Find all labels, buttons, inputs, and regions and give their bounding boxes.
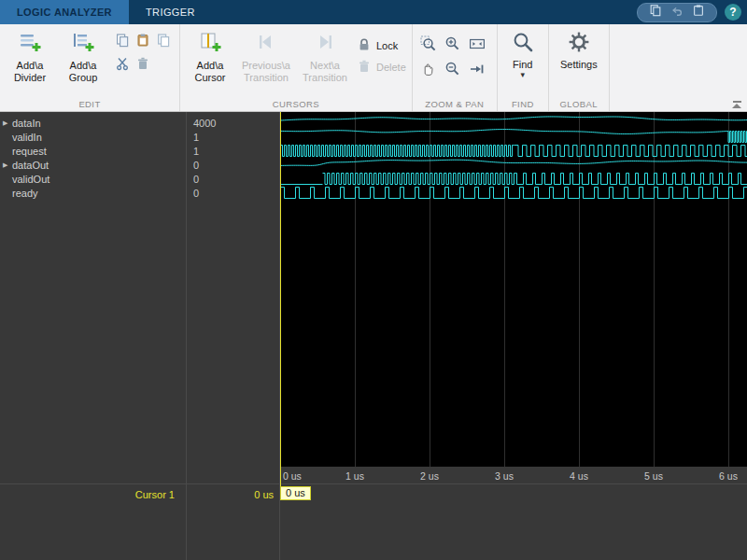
pan-button[interactable] xyxy=(418,61,439,81)
arrow-right-icon xyxy=(314,31,336,57)
ribbon-section-edit: Add\a Divider Add\a Group EDIT xyxy=(0,24,180,111)
signal-name: ready xyxy=(11,188,38,199)
add-divider-button[interactable]: Add\a Divider xyxy=(6,28,54,84)
help-button[interactable]: ? xyxy=(725,4,741,21)
time-tick-label: 2 us xyxy=(420,470,439,482)
previous-transition-button[interactable]: Previous\a Transition xyxy=(239,28,293,84)
signal-row[interactable]: ▶dataIn xyxy=(0,116,186,130)
time-cursor-line[interactable] xyxy=(280,112,281,486)
hand-pan-icon xyxy=(420,61,437,81)
signal-value: 0 xyxy=(187,158,279,172)
paste-button[interactable] xyxy=(133,32,153,52)
scissors-icon xyxy=(115,56,130,75)
lock-label: Lock xyxy=(376,40,398,51)
gear-icon xyxy=(568,31,590,57)
add-group-icon xyxy=(72,31,94,57)
time-tick-label: 5 us xyxy=(644,470,663,482)
cut-button[interactable] xyxy=(112,55,133,76)
cursor-panel: Cursor 1 0 us xyxy=(0,484,747,560)
signal-name: validIn xyxy=(11,132,42,143)
add-cursor-button[interactable]: Add\a Cursor xyxy=(186,28,234,84)
time-tick-label: 3 us xyxy=(495,470,514,482)
settings-button[interactable]: Settings xyxy=(555,28,603,97)
duplicate-pages-icon xyxy=(156,33,171,51)
zoom-in-button[interactable] xyxy=(443,35,463,56)
expand-arrow-icon[interactable]: ▶ xyxy=(0,161,11,169)
ribbon-section-zoom-pan: ZOOM & PAN xyxy=(413,24,498,111)
section-label-edit: EDIT xyxy=(0,99,179,109)
ribbon-filler xyxy=(610,24,747,111)
time-tick-label: 1 us xyxy=(345,470,364,482)
zoom-in-x-button[interactable] xyxy=(418,35,439,56)
add-cursor-label: Add\a Cursor xyxy=(194,60,225,84)
clipboard-paste-icon xyxy=(135,33,150,51)
add-group-button[interactable]: Add\a Group xyxy=(59,28,107,84)
signal-value: 0 xyxy=(187,186,279,200)
duplicate-icon[interactable] xyxy=(649,4,662,21)
delete-cursor-button[interactable]: Delete xyxy=(357,58,406,77)
tab-trigger[interactable]: TRIGGER xyxy=(129,0,212,24)
find-magnifier-icon xyxy=(512,31,534,57)
zoom-region-icon xyxy=(420,35,437,56)
find-button[interactable]: Find ▾ xyxy=(503,28,543,97)
next-transition-label: Next\a Transition xyxy=(303,60,347,84)
time-tick-label: 6 us xyxy=(719,470,738,482)
time-axis: 0 us1 us2 us3 us4 us5 us6 us xyxy=(0,467,747,484)
delete-cursor-label: Delete xyxy=(376,62,406,73)
signal-row[interactable]: validIn xyxy=(0,130,186,144)
signal-row[interactable]: request xyxy=(0,144,186,158)
signal-value: 1 xyxy=(187,130,279,144)
ribbon-section-global: Settings GLOBAL xyxy=(549,24,610,111)
signal-name: request xyxy=(11,146,47,157)
titlebar: LOGIC ANALYZER TRIGGER ? xyxy=(0,0,747,24)
zoom-in-icon xyxy=(444,35,461,56)
quick-access-bar xyxy=(637,3,717,22)
signal-name: dataOut xyxy=(11,160,49,171)
collapse-ribbon-button[interactable] xyxy=(732,101,741,108)
section-label-find: FIND xyxy=(498,99,548,109)
add-divider-label: Add\a Divider xyxy=(14,60,46,84)
add-cursor-icon xyxy=(199,31,221,57)
signal-values-list: 400011000 xyxy=(187,112,280,470)
undo-icon[interactable] xyxy=(670,4,684,21)
find-label: Find xyxy=(513,59,532,70)
trash-icon xyxy=(135,56,150,75)
cursor-name-label: Cursor 1 xyxy=(0,488,186,502)
cursor-value-label: 0 us xyxy=(187,488,279,502)
time-cursor-readout[interactable]: 0 us xyxy=(280,486,311,500)
duplicate-button[interactable] xyxy=(153,32,174,52)
settings-label: Settings xyxy=(560,59,598,70)
signal-name: dataIn xyxy=(11,118,41,129)
add-group-label: Add\a Group xyxy=(69,60,98,84)
zoom-out-button[interactable] xyxy=(443,61,463,81)
section-label-cursors: CURSORS xyxy=(180,99,412,109)
column-separator xyxy=(186,467,187,483)
lock-cursor-button[interactable]: Lock xyxy=(357,36,406,55)
signal-row[interactable]: ready xyxy=(0,186,186,200)
signal-value: 1 xyxy=(187,144,279,158)
ribbon-section-cursors: Add\a Cursor Previous\a Transition Next\… xyxy=(180,24,413,111)
expand-arrow-icon[interactable]: ▶ xyxy=(0,119,11,127)
signal-row[interactable]: ▶dataOut xyxy=(0,158,186,172)
section-label-global: GLOBAL xyxy=(549,99,609,109)
tab-logic-analyzer[interactable]: LOGIC ANALYZER xyxy=(0,0,129,24)
time-tick-label: 4 us xyxy=(570,470,588,482)
tab-logic-analyzer-label: LOGIC ANALYZER xyxy=(17,7,112,18)
copy-button[interactable] xyxy=(112,32,133,52)
trash-icon xyxy=(357,59,372,76)
next-transition-button[interactable]: Next\a Transition xyxy=(298,28,352,84)
add-divider-icon xyxy=(19,31,41,57)
fit-window-button[interactable] xyxy=(467,61,487,81)
signal-names-list: ▶dataInvalidInrequest▶dataOutvalidOutrea… xyxy=(0,112,187,470)
tab-trigger-label: TRIGGER xyxy=(146,7,195,18)
signal-value: 0 xyxy=(187,172,279,186)
zoom-out-icon xyxy=(444,61,461,81)
lock-icon xyxy=(357,37,372,54)
signal-row[interactable]: validOut xyxy=(0,172,186,186)
fit-to-view-button[interactable] xyxy=(467,35,487,56)
signal-name: validOut xyxy=(11,174,49,185)
paste-icon[interactable] xyxy=(692,4,705,21)
time-tick-label: 0 us xyxy=(283,470,302,482)
waveform-canvas[interactable] xyxy=(280,112,747,467)
delete-waves-button[interactable] xyxy=(133,55,153,76)
